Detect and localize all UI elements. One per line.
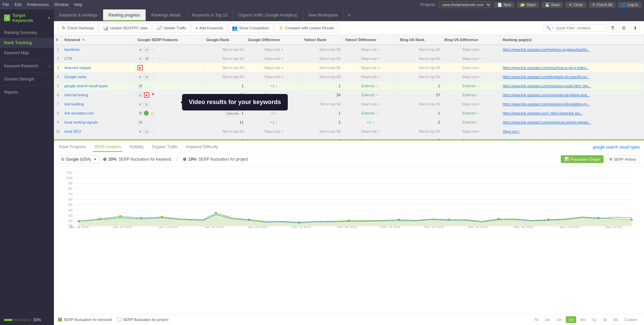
th-google-rank[interactable]: Google Rank: [204, 35, 246, 45]
show-competitors-button[interactable]: 👥 Show Competitors: [228, 23, 273, 33]
add-keywords-button[interactable]: + Add Keywords: [191, 23, 227, 33]
time-btn-1m[interactable]: 1m: [554, 316, 564, 323]
legend-project-item[interactable]: SERP fluctuation for project: [117, 318, 168, 322]
compare-icon: ⚡: [278, 25, 284, 31]
login-button[interactable]: 👤 Log In: [618, 2, 641, 8]
ranking-url[interactable]: https://www.link-assistant.com/news/seo-…: [503, 102, 590, 106]
keyword-cell[interactable]: internal linking: [62, 91, 135, 100]
time-btn-3m[interactable]: 3m: [566, 316, 576, 323]
legend-keyword-item[interactable]: SERP fluctuation for keyword: [58, 318, 112, 322]
bottom-tab-organic-traffic[interactable]: Organic Traffic: [150, 142, 179, 152]
ranking-url[interactable]: https://www.link-assistant.com/news/loca…: [503, 121, 591, 124]
th-bing-rank[interactable]: Bing US Rank: [398, 35, 442, 45]
time-btn-custom[interactable]: Custom: [622, 316, 640, 323]
row-num: 9: [54, 118, 62, 127]
keyword-cell[interactable]: backlinks: [62, 45, 135, 54]
legend-project-checkbox[interactable]: [117, 318, 121, 322]
th-keyword[interactable]: Keyword ▼: [62, 35, 135, 45]
sidebar-item-reports[interactable]: Reports: [0, 87, 54, 97]
check-all-button[interactable]: ↻ Check All: [589, 2, 616, 8]
filter-button[interactable]: ⚗: [608, 23, 617, 33]
check-rankings-button[interactable]: ↻ Check Rankings: [58, 23, 98, 33]
bottom-tab-visibility[interactable]: Visibility: [128, 142, 145, 152]
menu-window[interactable]: Window: [54, 2, 69, 7]
tab-add-button[interactable]: +: [344, 9, 355, 21]
tab-new-workspace[interactable]: New Workspace: [303, 9, 344, 21]
sidebar-item-keyword-research[interactable]: Keyword Research ›: [0, 61, 54, 71]
keyword-cell[interactable]: local SEO: [62, 127, 135, 136]
svg-point-31: [398, 219, 400, 221]
close-button[interactable]: ✕ Close: [565, 2, 586, 8]
fluctuation-keyword-label: SERP fluctuation for keyword: [119, 157, 171, 162]
menu-help[interactable]: Help: [74, 2, 82, 7]
compare-lowest-button[interactable]: ⚡ Compare with Lowest Results: [274, 23, 338, 33]
ranking-url[interactable]: https://www.link-assistant.com/news/serp…: [503, 84, 591, 88]
ranking-url[interactable]: https://www.link-assistant.com/news/how-…: [503, 66, 589, 70]
search-input[interactable]: [556, 26, 603, 30]
time-btn-2w[interactable]: 2w: [543, 316, 553, 323]
th-yahoo-rank[interactable]: Yahoo! Rank: [302, 35, 343, 45]
th-bing-diff[interactable]: Bing US Difference: [442, 35, 500, 45]
tab-ranking-progress[interactable]: Ranking progress: [103, 9, 146, 21]
th-yahoo-diff[interactable]: Yahoo! Difference: [343, 35, 398, 45]
keyword-cell[interactable]: google search result types: [62, 82, 135, 91]
yahoo-diff-cell: Stays out ×: [343, 100, 398, 109]
tab-keywords-top-10[interactable]: Keywords in Top 10: [187, 9, 233, 21]
ranking-url[interactable]: https://www.link-assistant.com/news/inte…: [503, 93, 590, 97]
sidebar-item-rank-tracking[interactable]: Rank Tracking: [0, 38, 54, 48]
update-traffic-button[interactable]: 📈 Update Traffic: [153, 23, 190, 33]
tab-keywords-rankings[interactable]: Keywords & rankings: [54, 9, 103, 21]
ranking-url[interactable]: https://www.link-assistant.com/; https:/…: [503, 111, 583, 115]
video-icon[interactable]: ▶: [144, 92, 149, 98]
keyword-cell[interactable]: CTR: [62, 54, 135, 63]
google-select-dropdown[interactable]: G Google (USA) ▾: [58, 155, 99, 163]
project-dropdown[interactable]: www.thelabradorsite.com: [438, 1, 491, 8]
sidebar-item-keyword-map[interactable]: Keyword Map: [0, 48, 54, 58]
keyword-cell[interactable]: featured snippet: [62, 63, 135, 72]
check-rankings-label: Check Rankings: [67, 26, 94, 30]
time-btn-all[interactable]: All: [611, 316, 620, 323]
new-button[interactable]: 📄 New: [494, 2, 514, 8]
menu-preferences[interactable]: Preferences: [27, 2, 49, 7]
open-button[interactable]: 📂 Open: [517, 2, 539, 8]
ranking-url[interactable]: https://www.link-assistant.com/help/seo-…: [503, 48, 590, 52]
video-icon[interactable]: ▶: [137, 65, 143, 70]
chart-toolbar-right: 📊 Fluctuation Graph ⊞ SERP History: [561, 155, 640, 163]
sidebar-item-domain-strength[interactable]: Domain Strength: [0, 74, 54, 84]
bottom-tab-keyword-difficulty[interactable]: Keyword Difficulty: [185, 142, 219, 152]
google-icon: G: [61, 157, 64, 162]
keyword-cell[interactable]: Google ranks: [62, 72, 135, 82]
th-num[interactable]: #: [54, 35, 62, 45]
download-button[interactable]: ⬇: [631, 23, 640, 33]
time-btn-6m[interactable]: 6m: [578, 316, 588, 323]
menu-file[interactable]: File: [3, 2, 9, 7]
th-google-diff[interactable]: Google Difference: [246, 35, 302, 45]
keyword-cell[interactable]: local ranking signals: [62, 118, 135, 127]
update-seo-ppc-button[interactable]: 📊 Update SEO/PPC data: [99, 23, 151, 33]
keyword-label-right[interactable]: google search result types: [593, 145, 640, 150]
time-btn-3y[interactable]: 3y: [600, 316, 610, 323]
sidebar-item-ranking-summary[interactable]: Ranking Summary: [0, 28, 54, 38]
ranking-url[interactable]: https://www.link-assistant.com/blog/trac…: [503, 75, 589, 79]
ranking-url[interactable]: https://www.link-assistant.com/news/pers…: [503, 139, 591, 139]
keyword-cell[interactable]: personalized search: [62, 136, 135, 140]
tab-rankings-details[interactable]: Rankings details: [146, 9, 187, 21]
time-btn-1y[interactable]: 1y: [590, 316, 599, 323]
keyword-cell[interactable]: link building: [62, 100, 135, 109]
fluctuation-graph-button[interactable]: 📊 Fluctuation Graph: [561, 155, 604, 163]
bottom-tab-serp-analysis[interactable]: SERP Analysis: [93, 142, 122, 152]
keyword-cell[interactable]: link-assistant.com: [62, 109, 135, 118]
legend-keyword-checkbox[interactable]: [58, 318, 62, 322]
grid-view-button[interactable]: ⊞: [619, 23, 628, 33]
th-google-serp[interactable]: Google SERP Features: [135, 35, 204, 45]
ranking-url[interactable]: Stays out ×: [503, 130, 520, 133]
save-button[interactable]: 💾 Save: [542, 2, 563, 8]
tab-organic-traffic[interactable]: Organic traffic (Google Analytics): [233, 9, 303, 21]
table-row: 8 link-assistant.com 🖼✓⚠ SiteLinks1 0 • …: [54, 109, 644, 118]
bottom-tab-rank-progress[interactable]: Rank Progress: [58, 142, 87, 152]
menu-edit[interactable]: Edit: [14, 2, 22, 7]
sidebar-logo[interactable]: ✓ Target Keywords ▾: [0, 9, 54, 26]
th-ranking-pages[interactable]: Ranking page(s): [500, 35, 644, 45]
time-btn-7d[interactable]: 7d: [531, 316, 541, 323]
serp-history-button[interactable]: ⊞ SERP History: [606, 155, 640, 163]
